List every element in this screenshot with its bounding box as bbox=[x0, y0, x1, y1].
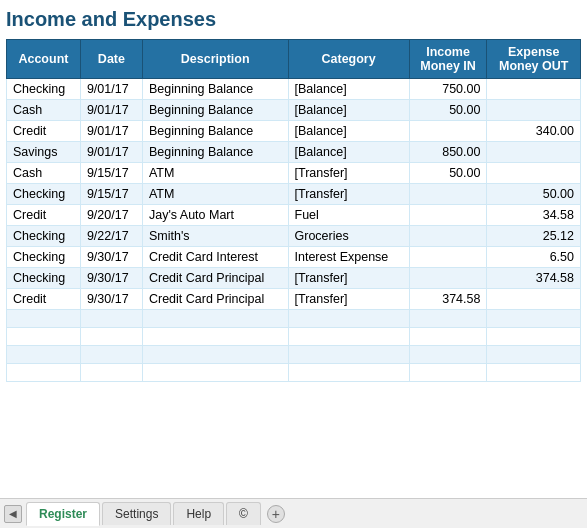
cell-description: Beginning Balance bbox=[142, 100, 288, 121]
cell-account: Cash bbox=[7, 100, 81, 121]
cell-category: Fuel bbox=[288, 205, 409, 226]
add-tab-button[interactable]: + bbox=[267, 505, 285, 523]
cell-account: Checking bbox=[7, 247, 81, 268]
table-row: Credit9/01/17Beginning Balance[Balance]3… bbox=[7, 121, 581, 142]
cell-income: 750.00 bbox=[409, 79, 487, 100]
cell-income: 850.00 bbox=[409, 142, 487, 163]
col-income: IncomeMoney IN bbox=[409, 40, 487, 79]
cell-expense bbox=[487, 79, 581, 100]
tab-copyright[interactable]: © bbox=[226, 502, 261, 525]
empty-row bbox=[7, 364, 581, 382]
cell-date: 9/01/17 bbox=[80, 100, 142, 121]
cell-account: Credit bbox=[7, 289, 81, 310]
table-row: Cash9/15/17ATM[Transfer]50.00 bbox=[7, 163, 581, 184]
col-expense: ExpenseMoney OUT bbox=[487, 40, 581, 79]
empty-row bbox=[7, 328, 581, 346]
cell-income bbox=[409, 205, 487, 226]
cell-expense bbox=[487, 163, 581, 184]
cell-income bbox=[409, 226, 487, 247]
table-row: Checking9/22/17Smith'sGroceries25.12 bbox=[7, 226, 581, 247]
cell-date: 9/01/17 bbox=[80, 121, 142, 142]
cell-category: [Balance] bbox=[288, 100, 409, 121]
cell-description: Credit Card Principal bbox=[142, 268, 288, 289]
empty-row bbox=[7, 310, 581, 328]
col-category: Category bbox=[288, 40, 409, 79]
cell-income: 50.00 bbox=[409, 163, 487, 184]
table-row: Checking9/01/17Beginning Balance[Balance… bbox=[7, 79, 581, 100]
cell-account: Cash bbox=[7, 163, 81, 184]
cell-description: ATM bbox=[142, 184, 288, 205]
cell-date: 9/30/17 bbox=[80, 268, 142, 289]
cell-income bbox=[409, 184, 487, 205]
cell-income bbox=[409, 121, 487, 142]
cell-date: 9/20/17 bbox=[80, 205, 142, 226]
tab-register[interactable]: Register bbox=[26, 502, 100, 526]
cell-date: 9/15/17 bbox=[80, 163, 142, 184]
cell-expense: 25.12 bbox=[487, 226, 581, 247]
empty-row bbox=[7, 346, 581, 364]
cell-income: 374.58 bbox=[409, 289, 487, 310]
cell-account: Savings bbox=[7, 142, 81, 163]
cell-category: [Transfer] bbox=[288, 163, 409, 184]
cell-account: Checking bbox=[7, 226, 81, 247]
cell-account: Checking bbox=[7, 268, 81, 289]
scroll-left-button[interactable]: ◀ bbox=[4, 505, 22, 523]
cell-date: 9/30/17 bbox=[80, 289, 142, 310]
cell-expense bbox=[487, 100, 581, 121]
cell-expense: 374.58 bbox=[487, 268, 581, 289]
cell-category: [Balance] bbox=[288, 142, 409, 163]
table-header-row: Account Date Description Category Income… bbox=[7, 40, 581, 79]
cell-expense: 6.50 bbox=[487, 247, 581, 268]
cell-description: Credit Card Principal bbox=[142, 289, 288, 310]
cell-expense: 50.00 bbox=[487, 184, 581, 205]
cell-description: Smith's bbox=[142, 226, 288, 247]
cell-description: Jay's Auto Mart bbox=[142, 205, 288, 226]
table-row: Savings9/01/17Beginning Balance[Balance]… bbox=[7, 142, 581, 163]
tab-help[interactable]: Help bbox=[173, 502, 224, 525]
cell-category: [Balance] bbox=[288, 121, 409, 142]
table-row: Credit9/20/17Jay's Auto MartFuel34.58 bbox=[7, 205, 581, 226]
col-date: Date bbox=[80, 40, 142, 79]
cell-date: 9/30/17 bbox=[80, 247, 142, 268]
cell-income: 50.00 bbox=[409, 100, 487, 121]
cell-income bbox=[409, 247, 487, 268]
cell-category: [Transfer] bbox=[288, 268, 409, 289]
cell-expense bbox=[487, 142, 581, 163]
income-expense-table: Account Date Description Category Income… bbox=[6, 39, 581, 382]
cell-account: Credit bbox=[7, 121, 81, 142]
table-row: Credit9/30/17Credit Card Principal[Trans… bbox=[7, 289, 581, 310]
cell-description: Credit Card Interest bbox=[142, 247, 288, 268]
cell-description: Beginning Balance bbox=[142, 79, 288, 100]
cell-description: Beginning Balance bbox=[142, 142, 288, 163]
tab-bar: ◀ Register Settings Help © + bbox=[0, 498, 587, 528]
cell-account: Checking bbox=[7, 184, 81, 205]
table-row: Checking9/30/17Credit Card InterestInter… bbox=[7, 247, 581, 268]
table-row: Checking9/30/17Credit Card Principal[Tra… bbox=[7, 268, 581, 289]
cell-date: 9/01/17 bbox=[80, 79, 142, 100]
tab-settings[interactable]: Settings bbox=[102, 502, 171, 525]
col-account: Account bbox=[7, 40, 81, 79]
cell-income bbox=[409, 268, 487, 289]
cell-category: Groceries bbox=[288, 226, 409, 247]
col-description: Description bbox=[142, 40, 288, 79]
table-row: Checking9/15/17ATM[Transfer]50.00 bbox=[7, 184, 581, 205]
cell-expense: 340.00 bbox=[487, 121, 581, 142]
cell-category: [Balance] bbox=[288, 79, 409, 100]
cell-account: Checking bbox=[7, 79, 81, 100]
cell-expense: 34.58 bbox=[487, 205, 581, 226]
cell-description: ATM bbox=[142, 163, 288, 184]
cell-date: 9/15/17 bbox=[80, 184, 142, 205]
cell-category: [Transfer] bbox=[288, 289, 409, 310]
cell-date: 9/01/17 bbox=[80, 142, 142, 163]
cell-date: 9/22/17 bbox=[80, 226, 142, 247]
cell-description: Beginning Balance bbox=[142, 121, 288, 142]
cell-category: [Transfer] bbox=[288, 184, 409, 205]
page-title: Income and Expenses bbox=[6, 8, 581, 31]
cell-category: Interest Expense bbox=[288, 247, 409, 268]
table-row: Cash9/01/17Beginning Balance[Balance]50.… bbox=[7, 100, 581, 121]
cell-expense bbox=[487, 289, 581, 310]
cell-account: Credit bbox=[7, 205, 81, 226]
